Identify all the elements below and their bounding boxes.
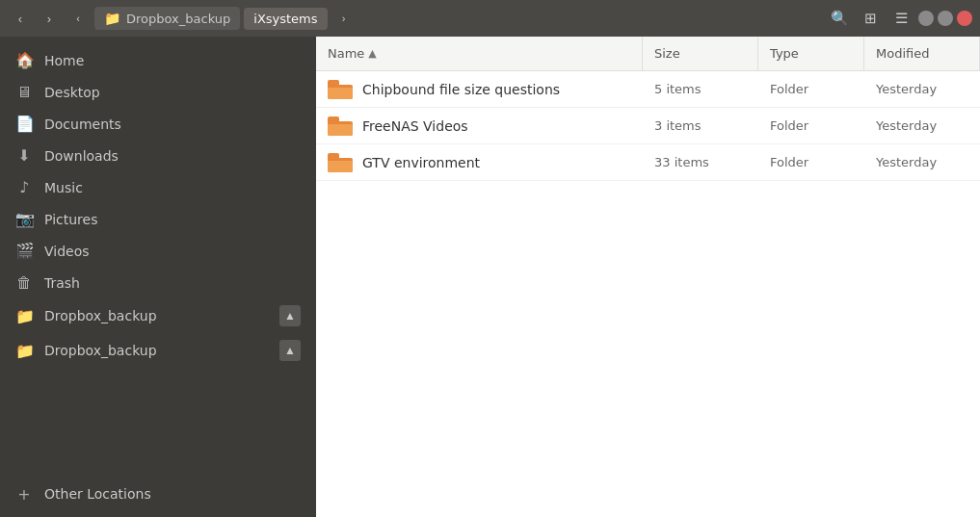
file-type: Folder — [758, 118, 864, 133]
menu-button[interactable]: ☰ — [887, 5, 914, 32]
add-location-icon: + — [15, 485, 33, 503]
sidebar-item-home[interactable]: 🏠 Home — [0, 44, 316, 76]
dropbox2-icon: 📁 — [15, 342, 33, 360]
table-row[interactable]: Chipbound file size questions 5 items Fo… — [316, 71, 980, 108]
grid-view-button[interactable]: ⊞ — [857, 5, 884, 32]
sidebar-item-pictures[interactable]: 📷 Pictures — [0, 203, 316, 235]
sidebar-dropbox2-label: Dropbox_backup — [44, 343, 268, 358]
file-name-cell: FreeNAS Videos — [316, 116, 643, 136]
tab-more-button[interactable]: › — [331, 6, 357, 31]
dropbox1-icon: 📁 — [15, 307, 33, 325]
desktop-icon: 🖥 — [15, 83, 33, 101]
folder-icon — [328, 116, 353, 136]
main-area: 🏠 Home 🖥 Desktop 📄 Documents ⬇ Downloads… — [0, 37, 980, 517]
tab-dropbox-label: Dropbox_backup — [126, 12, 230, 26]
file-name-cell: GTV environment — [316, 153, 643, 172]
folder-icon — [328, 153, 353, 172]
sidebar-desktop-label: Desktop — [44, 85, 301, 100]
eject-dropbox2-button[interactable]: ▲ — [279, 340, 301, 361]
sidebar-item-desktop[interactable]: 🖥 Desktop — [0, 76, 316, 108]
sidebar: 🏠 Home 🖥 Desktop 📄 Documents ⬇ Downloads… — [0, 37, 316, 517]
titlebar-actions: 🔍 ⊞ ☰ — [826, 5, 972, 32]
trash-icon: 🗑 — [15, 273, 33, 292]
other-locations-item[interactable]: + Other Locations — [0, 478, 316, 509]
sidebar-item-music[interactable]: ♪ Music — [0, 171, 316, 203]
col-header-modified[interactable]: Modified — [864, 37, 980, 70]
back-button[interactable]: ‹ — [8, 6, 33, 31]
sidebar-item-trash[interactable]: 🗑 Trash — [0, 267, 316, 298]
table-row[interactable]: GTV environment 33 items Folder Yesterda… — [316, 144, 980, 181]
other-locations-label: Other Locations — [44, 486, 151, 502]
col-size-label: Size — [654, 46, 680, 61]
tab-dropbox-icon: 📁 — [104, 11, 120, 26]
file-type: Folder — [758, 82, 864, 96]
folder-icon — [328, 80, 353, 99]
forward-button[interactable]: › — [37, 6, 62, 31]
sidebar-item-dropbox1[interactable]: 📁 Dropbox_backup ▲ — [0, 298, 316, 333]
sidebar-videos-label: Videos — [44, 244, 301, 259]
sort-arrow-icon: ▲ — [368, 47, 376, 60]
videos-icon: 🎬 — [15, 242, 33, 260]
tab-ixsystems-label: iXsystems — [253, 12, 317, 26]
file-size: 5 items — [643, 82, 758, 96]
sidebar-music-label: Music — [44, 180, 301, 195]
sidebar-item-dropbox2[interactable]: 📁 Dropbox_backup ▲ — [0, 333, 316, 368]
documents-icon: 📄 — [15, 115, 33, 133]
tab-ixsystems[interactable]: iXsystems — [244, 8, 327, 30]
search-button[interactable]: 🔍 — [826, 5, 853, 32]
titlebar: ‹ › ‹ 📁 Dropbox_backup iXsystems › 🔍 ⊞ ☰ — [0, 0, 980, 37]
downloads-icon: ⬇ — [15, 146, 33, 165]
col-header-type[interactable]: Type — [758, 37, 864, 70]
content-area: Name ▲ Size Type Modified — [316, 37, 980, 517]
table-row[interactable]: FreeNAS Videos 3 items Folder Yesterday — [316, 108, 980, 144]
file-list: Chipbound file size questions 5 items Fo… — [316, 71, 980, 517]
file-size: 33 items — [643, 155, 758, 169]
file-name-cell: Chipbound file size questions — [316, 80, 643, 99]
sidebar-documents-label: Documents — [44, 116, 301, 132]
sidebar-home-label: Home — [44, 53, 301, 68]
file-size: 3 items — [643, 118, 758, 133]
close-button[interactable] — [957, 11, 972, 26]
tab-dropbox[interactable]: 📁 Dropbox_backup — [94, 7, 240, 30]
up-button[interactable]: ‹ — [66, 6, 91, 31]
col-header-name[interactable]: Name ▲ — [316, 37, 643, 70]
file-name: Chipbound file size questions — [362, 82, 560, 97]
file-type: Folder — [758, 155, 864, 169]
home-icon: 🏠 — [15, 51, 33, 69]
sidebar-item-videos[interactable]: 🎬 Videos — [0, 235, 316, 267]
sidebar-pictures-label: Pictures — [44, 212, 301, 227]
col-name-label: Name — [328, 46, 364, 61]
col-header-size[interactable]: Size — [643, 37, 758, 70]
sidebar-item-downloads[interactable]: ⬇ Downloads — [0, 140, 316, 171]
sidebar-downloads-label: Downloads — [44, 148, 301, 164]
col-modified-label: Modified — [876, 46, 929, 61]
col-type-label: Type — [770, 46, 799, 61]
file-modified: Yesterday — [864, 118, 980, 133]
maximize-button[interactable] — [938, 11, 953, 26]
file-modified: Yesterday — [864, 155, 980, 169]
sidebar-trash-label: Trash — [44, 275, 301, 291]
sidebar-item-documents[interactable]: 📄 Documents — [0, 108, 316, 140]
eject-dropbox1-button[interactable]: ▲ — [279, 305, 301, 326]
file-name: FreeNAS Videos — [362, 118, 468, 134]
music-icon: ♪ — [15, 178, 33, 196]
pictures-icon: 📷 — [15, 210, 33, 228]
column-headers: Name ▲ Size Type Modified — [316, 37, 980, 71]
sidebar-dropbox1-label: Dropbox_backup — [44, 308, 268, 323]
minimize-button[interactable] — [918, 11, 934, 26]
file-modified: Yesterday — [864, 82, 980, 96]
file-name: GTV environment — [362, 155, 480, 170]
